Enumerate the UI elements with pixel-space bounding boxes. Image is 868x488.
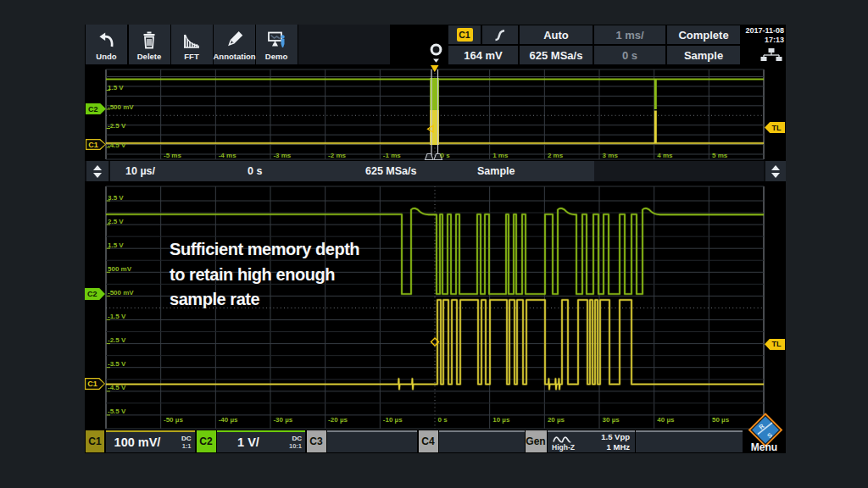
channel3-settings[interactable]: [327, 430, 417, 452]
annotation-label: Annotation: [214, 52, 255, 61]
down-arrow-icon: [93, 173, 102, 178]
trigger-slope-cell[interactable]: [482, 25, 518, 44]
trigger-slope-icon: [492, 27, 508, 42]
sample-rate-cell[interactable]: 625 MSa/s: [520, 46, 593, 64]
overview-y-label: -4.5 V: [108, 142, 125, 149]
holdoff-value: 1 ms/: [615, 29, 643, 42]
channel2-scale: 1 V/: [217, 432, 280, 452]
trigger-mode-value: Auto: [543, 29, 569, 42]
record-indicator-icon[interactable]: [426, 42, 447, 65]
delete-button[interactable]: Delete: [129, 25, 170, 64]
main-y-label: 3.5 V: [108, 195, 124, 202]
channel1-scale: 100 mV/: [106, 432, 170, 452]
trigger-level-value: 164 mV: [464, 49, 503, 62]
overview-x-label: 4 ms: [657, 152, 672, 159]
main-x-label: 20 µs: [548, 417, 565, 424]
menu-button-label: Menu: [751, 441, 777, 453]
trigger-position-value: 0 s: [622, 49, 637, 62]
channel4-badge-label: C4: [421, 435, 434, 447]
fft-label: FFT: [171, 52, 213, 61]
up-arrow-icon: [93, 165, 102, 170]
network-icon[interactable]: [760, 47, 782, 62]
overview-y-label: -500 mV: [108, 104, 134, 111]
overview-x-label: 1 ms: [492, 152, 508, 159]
channel1-settings[interactable]: 100 mV/ DC 1:1: [106, 430, 195, 452]
main-tl-label: TL: [772, 340, 782, 348]
zoom-scale-cell[interactable]: 10 µs/: [110, 161, 246, 181]
trigger-mode-cell[interactable]: Auto: [520, 25, 593, 44]
channel1-badge-label: C1: [88, 435, 101, 447]
zoom-stepper-left[interactable]: [86, 161, 109, 181]
channel1-badge[interactable]: C1: [86, 430, 104, 452]
channel4-settings[interactable]: [439, 430, 525, 452]
zoom-mode-cell[interactable]: Sample: [468, 161, 594, 181]
main-y-label: -4.5 V: [108, 385, 125, 391]
demo-button[interactable]: Demo: [256, 25, 298, 64]
delete-label: Delete: [129, 52, 170, 61]
pencil-icon: [224, 29, 244, 51]
acquisition-mode-cell[interactable]: Sample: [667, 46, 740, 64]
channel4-badge[interactable]: C4: [419, 430, 438, 452]
channel2-badge-label: C2: [199, 435, 212, 447]
trigger-level-cell[interactable]: 164 mV: [448, 46, 518, 64]
annotation-button[interactable]: Annotation: [214, 25, 255, 64]
channel2-settings[interactable]: 1 V/ DC 10:1: [217, 430, 305, 452]
overview-x-label: -4 ms: [219, 152, 236, 159]
channel3-badge-label: C3: [309, 435, 322, 447]
menu-button[interactable]: Menu: [743, 441, 786, 453]
main-y-label: -500 mV: [108, 290, 134, 297]
annotation-text: Sufficient memory depthto retain high en…: [170, 237, 359, 313]
channel2-badge[interactable]: C2: [197, 430, 216, 452]
main-x-label: -50 µs: [164, 417, 183, 424]
toolbar-empty-strip: [298, 25, 390, 64]
datetime-display: 2017-11-08 17:13: [729, 26, 784, 44]
zoom-sample-rate-cell[interactable]: 625 MSa/s: [350, 161, 481, 181]
holdoff-cell[interactable]: 1 ms/: [594, 25, 665, 44]
overview-x-label: 5 ms: [712, 152, 727, 159]
main-x-label: 10 µs: [492, 417, 509, 424]
down-arrow-icon: [771, 173, 780, 178]
overview-x-label: -3 ms: [273, 152, 291, 159]
date-value: 2017-11-08: [729, 26, 784, 36]
main-x-label: -20 µs: [328, 417, 348, 424]
main-y-label: -5.5 V: [108, 408, 125, 415]
undo-button[interactable]: Undo: [86, 25, 127, 64]
main-y-label: -2.5 V: [108, 337, 125, 344]
overview-y-label: 1.5 V: [108, 85, 124, 92]
zoom-stepper-right[interactable]: [765, 161, 787, 181]
overview-c2-label: C2: [88, 105, 98, 114]
generator-impedance: High-Z: [552, 443, 575, 452]
overview-x-label: -2 ms: [328, 152, 346, 159]
demo-label: Demo: [256, 52, 298, 61]
trigger-source-cell[interactable]: C1: [448, 25, 481, 44]
main-y-label: 2.5 V: [108, 219, 124, 225]
trigger-position-cell[interactable]: 0 s: [594, 46, 665, 64]
main-x-label: 0 s: [438, 417, 448, 424]
overview-x-label: 3 ms: [603, 152, 618, 159]
presentation-icon: [266, 29, 287, 51]
trash-icon: [139, 29, 159, 51]
main-c1-trace: [106, 300, 764, 390]
main-y-label: -1.5 V: [108, 313, 125, 320]
channel2-coupling: DC: [276, 435, 302, 442]
main-c1-label: C1: [87, 380, 97, 388]
channel-bar-empty-section: [636, 430, 743, 452]
main-x-label: -30 µs: [273, 417, 292, 424]
undo-icon: [97, 29, 117, 51]
main-x-label: -10 µs: [383, 417, 403, 424]
zoom-scale-value: 10 µs/: [125, 165, 155, 177]
generator-badge-label: Gen: [526, 435, 545, 447]
logo-inner-diamond: [752, 417, 779, 444]
zoom-position-cell[interactable]: 0 s: [232, 161, 364, 181]
generator-badge[interactable]: Gen: [526, 430, 547, 452]
channel3-badge[interactable]: C3: [307, 430, 326, 452]
main-c2-label: C2: [87, 290, 97, 298]
overview-c2-pulse: [654, 79, 657, 109]
fft-button[interactable]: FFT: [171, 25, 213, 64]
sample-rate-value: 625 MSa/s: [530, 49, 583, 62]
overview-x-label: -5 ms: [164, 152, 181, 159]
overview-c1-pulse: [654, 111, 657, 144]
acquisition-state-value: Complete: [678, 29, 728, 42]
main-x-label: 30 µs: [603, 417, 620, 424]
acquisition-mode-value: Sample: [684, 49, 723, 62]
